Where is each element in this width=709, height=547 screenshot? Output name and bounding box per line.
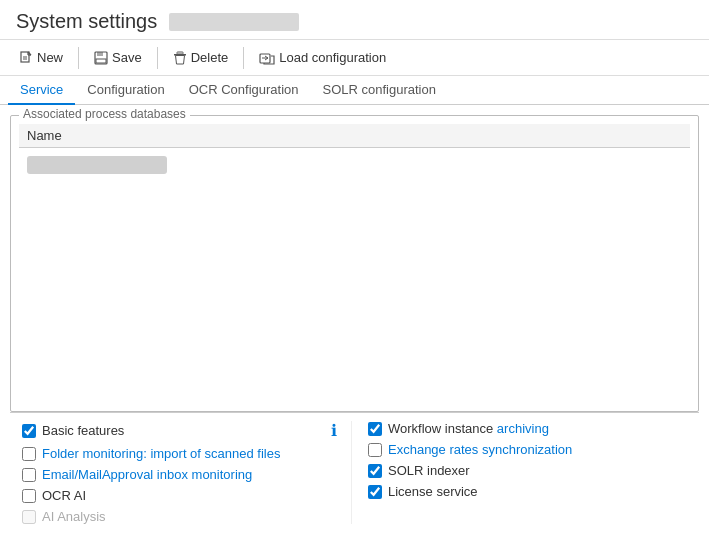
ocr-ai-item: OCR AI — [22, 488, 341, 503]
toolbar: New Save Delete Load configuration — [0, 40, 709, 76]
load-icon — [259, 51, 275, 65]
bottom-left-panel: Basic features ℹ Folder monitoring: impo… — [22, 421, 352, 524]
svg-rect-10 — [177, 52, 183, 54]
solr-indexer-item: SOLR indexer — [368, 463, 687, 478]
workflow-archiving-label: Workflow instance archiving — [388, 421, 549, 436]
ocr-ai-checkbox[interactable] — [22, 489, 36, 503]
tab-service[interactable]: Service — [8, 76, 75, 105]
email-monitoring-label: Email/MailApproval inbox monitoring — [42, 467, 252, 482]
save-button[interactable]: Save — [83, 45, 153, 70]
bottom-right-panel: Workflow instance archiving Exchange rat… — [352, 421, 687, 524]
blurred-data-row — [27, 156, 167, 174]
solr-indexer-label: SOLR indexer — [388, 463, 470, 478]
info-icon[interactable]: ℹ — [331, 421, 337, 440]
associated-databases-section: Associated process databases Name — [10, 115, 699, 412]
ai-analysis-checkbox[interactable] — [22, 510, 36, 524]
load-config-button[interactable]: Load configuration — [248, 45, 397, 70]
tab-configuration[interactable]: Configuration — [75, 76, 176, 105]
folder-monitoring-link[interactable]: Folder monitoring: import of scanned fil… — [42, 446, 280, 461]
table-header-row: Name — [19, 124, 690, 148]
delete-icon — [173, 51, 187, 65]
page-title: System settings — [16, 10, 157, 33]
exchange-rates-label: Exchange rates synchronization — [388, 442, 572, 457]
new-icon — [19, 51, 33, 65]
email-monitoring-item: Email/MailApproval inbox monitoring — [22, 467, 341, 482]
exchange-rates-item: Exchange rates synchronization — [368, 442, 687, 457]
table-body — [19, 148, 690, 411]
workflow-archiving-item: Workflow instance archiving — [368, 421, 687, 436]
ai-analysis-label: AI Analysis — [42, 509, 106, 524]
folder-monitoring-checkbox[interactable] — [22, 447, 36, 461]
content-area: Associated process databases Name Basic … — [0, 105, 709, 532]
svg-rect-7 — [97, 52, 103, 56]
new-label: New — [37, 50, 63, 65]
name-column-header: Name — [27, 128, 62, 143]
email-monitoring-link[interactable]: Email/MailApproval inbox monitoring — [42, 467, 252, 482]
exchange-rates-checkbox[interactable] — [368, 443, 382, 457]
license-service-checkbox[interactable] — [368, 485, 382, 499]
basic-features-item: Basic features ℹ — [22, 421, 341, 440]
license-service-item: License service — [368, 484, 687, 499]
tabs-bar: Service Configuration OCR Configuration … — [0, 76, 709, 105]
exchange-rates-link[interactable]: Exchange rates synchronization — [388, 442, 572, 457]
license-service-label: License service — [388, 484, 478, 499]
solr-indexer-checkbox[interactable] — [368, 464, 382, 478]
email-monitoring-checkbox[interactable] — [22, 468, 36, 482]
save-icon — [94, 51, 108, 65]
delete-label: Delete — [191, 50, 229, 65]
basic-features-checkbox[interactable] — [22, 424, 36, 438]
new-button[interactable]: New — [8, 45, 74, 70]
page-header: System settings — [0, 0, 709, 40]
workflow-archiving-checkbox[interactable] — [368, 422, 382, 436]
ai-analysis-item: AI Analysis — [22, 509, 341, 524]
separator-1 — [78, 47, 79, 69]
folder-monitoring-label: Folder monitoring: import of scanned fil… — [42, 446, 280, 461]
separator-3 — [243, 47, 244, 69]
folder-monitoring-item: Folder monitoring: import of scanned fil… — [22, 446, 341, 461]
load-config-label: Load configuration — [279, 50, 386, 65]
svg-rect-8 — [96, 59, 106, 63]
save-label: Save — [112, 50, 142, 65]
bottom-panel: Basic features ℹ Folder monitoring: impo… — [10, 412, 699, 532]
separator-2 — [157, 47, 158, 69]
basic-features-label: Basic features — [42, 423, 124, 438]
section-legend: Associated process databases — [19, 107, 190, 121]
title-placeholder — [169, 13, 299, 31]
workflow-archiving-link[interactable]: archiving — [497, 421, 549, 436]
tab-solr-configuration[interactable]: SOLR configuration — [311, 76, 448, 105]
delete-button[interactable]: Delete — [162, 45, 240, 70]
tab-ocr-configuration[interactable]: OCR Configuration — [177, 76, 311, 105]
ocr-ai-label: OCR AI — [42, 488, 86, 503]
